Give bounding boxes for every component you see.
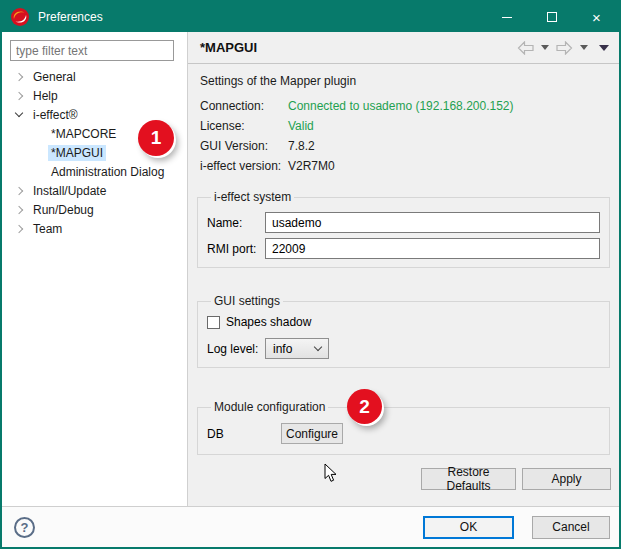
close-button[interactable]: × <box>574 2 619 32</box>
sidebar-item-label: Run/Debug <box>30 202 97 218</box>
maximize-button[interactable] <box>529 2 574 32</box>
expand-chevron-icon[interactable] <box>15 72 23 80</box>
page-title: *MAPGUI <box>200 40 517 55</box>
shapes-shadow-label: Shapes shadow <box>226 315 311 329</box>
group-i-effect-system: i-effect system Name: RMI port: <box>197 190 610 268</box>
mouse-cursor <box>324 463 337 487</box>
info-label: License: <box>200 119 288 133</box>
info-value: Connected to usademo (192.168.200.152) <box>288 99 514 113</box>
sidebar-item-label: Administration Dialog <box>48 164 167 180</box>
info-label: GUI Version: <box>200 139 288 153</box>
info-row-connection: Connection:Connected to usademo (192.168… <box>200 96 607 116</box>
back-arrow-icon <box>517 41 534 55</box>
group-gui-settings: GUI settings Shapes shadow Log level: in… <box>197 294 610 368</box>
sidebar-item-label: *MAPGUI <box>48 145 106 161</box>
sidebar-item-team[interactable]: Team <box>2 219 187 238</box>
app-logo-icon <box>10 7 30 27</box>
expand-chevron-icon[interactable] <box>15 224 23 232</box>
maximize-icon <box>547 12 557 22</box>
sidebar-item-run-debug[interactable]: Run/Debug <box>2 200 187 219</box>
info-row-i-effect-version: i-effect version:V2R7M0 <box>200 156 607 176</box>
forward-button[interactable] <box>556 41 573 55</box>
question-mark-icon: ? <box>21 520 29 535</box>
shapes-shadow-row: Shapes shadow <box>207 315 600 329</box>
sidebar-item-label: Team <box>30 221 65 237</box>
window-title: Preferences <box>38 10 484 24</box>
sidebar-item-label: Help <box>30 88 61 104</box>
chevron-down-icon <box>314 343 322 351</box>
minimize-button[interactable] <box>484 2 529 32</box>
forward-arrow-icon <box>556 41 573 55</box>
expand-chevron-icon[interactable] <box>15 91 23 99</box>
rmi-port-input[interactable] <box>265 238 600 259</box>
group-title: Module configuration <box>211 400 328 414</box>
sidebar-item-install-update[interactable]: Install/Update <box>2 181 187 200</box>
info-rows: Connection:Connected to usademo (192.168… <box>200 96 607 176</box>
info-label: Connection: <box>200 99 288 113</box>
info-value: Valid <box>288 119 314 133</box>
sidebar-item-label: i-effect® <box>30 107 81 123</box>
rmi-port-label: RMI port: <box>207 242 265 256</box>
preferences-dialog: Preferences × GeneralHelpi-effect®*MAPCO… <box>0 0 621 549</box>
sidebar-item-label: Install/Update <box>30 183 109 199</box>
apply-button[interactable]: Apply <box>522 468 611 490</box>
expand-chevron-icon[interactable] <box>15 205 23 213</box>
info-label: i-effect version: <box>200 159 288 173</box>
filter-input[interactable] <box>10 40 174 61</box>
name-input[interactable] <box>265 212 600 233</box>
titlebar: Preferences × <box>2 2 619 32</box>
annotation-step-1-badge: 1 <box>138 120 174 156</box>
log-level-row: Log level: info <box>207 338 600 359</box>
expand-chevron-icon[interactable] <box>15 186 23 194</box>
configure-button[interactable]: Configure <box>281 423 343 444</box>
log-level-value: info <box>273 342 292 356</box>
log-level-select[interactable]: info <box>265 338 329 359</box>
group-title: i-effect system <box>211 190 294 204</box>
sidebar-item-label: General <box>30 69 79 85</box>
info-row-gui-version: GUI Version:7.8.2 <box>200 136 607 156</box>
nav-icons <box>517 41 609 55</box>
sidebar-item-administration-dialog[interactable]: Administration Dialog <box>2 162 187 181</box>
view-menu-icon[interactable] <box>599 45 609 51</box>
info-row-license: License:Valid <box>200 116 607 136</box>
collapse-chevron-icon[interactable] <box>15 109 23 117</box>
sidebar-item-label: *MAPCORE <box>48 126 119 142</box>
info-value: 7.8.2 <box>288 139 315 153</box>
cancel-button[interactable]: Cancel <box>532 516 610 539</box>
annotation-step-2-badge: 2 <box>347 389 382 424</box>
name-label: Name: <box>207 216 265 230</box>
content-panel: *MAPGUI S <box>188 32 619 506</box>
sidebar: GeneralHelpi-effect®*MAPCORE*MAPGUIAdmin… <box>2 32 188 506</box>
group-module-configuration: Module configuration DB Configure <box>197 400 610 455</box>
content-buttons: Restore Defaults Apply <box>421 468 611 490</box>
back-history-caret-icon[interactable] <box>541 45 549 50</box>
db-label: DB <box>207 427 281 441</box>
db-row: DB Configure <box>207 423 600 444</box>
content-header: *MAPGUI <box>188 32 619 64</box>
minimize-icon <box>502 17 512 18</box>
group-title: GUI settings <box>211 294 283 308</box>
name-field-row: Name: <box>207 212 600 233</box>
shapes-shadow-checkbox[interactable] <box>207 316 220 329</box>
close-icon: × <box>592 10 601 25</box>
main-area: GeneralHelpi-effect®*MAPCORE*MAPGUIAdmin… <box>2 32 619 506</box>
footer-bar: ? OK Cancel <box>2 506 619 547</box>
log-level-label: Log level: <box>207 342 265 356</box>
forward-history-caret-icon[interactable] <box>580 45 588 50</box>
back-button[interactable] <box>517 41 534 55</box>
info-value: V2R7M0 <box>288 159 335 173</box>
rmi-port-field-row: RMI port: <box>207 238 600 259</box>
page-description: Settings of the Mapper plugin <box>200 74 607 88</box>
ok-button[interactable]: OK <box>423 516 514 539</box>
restore-defaults-button[interactable]: Restore Defaults <box>421 468 516 490</box>
sidebar-item-general[interactable]: General <box>2 67 187 86</box>
help-button[interactable]: ? <box>14 517 35 538</box>
sidebar-item-help[interactable]: Help <box>2 86 187 105</box>
